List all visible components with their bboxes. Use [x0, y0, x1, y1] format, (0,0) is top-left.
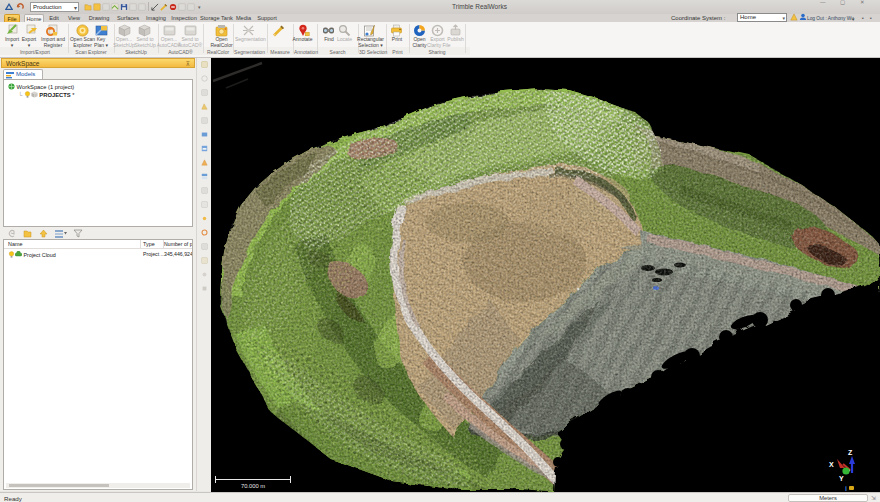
svg-text:Z: Z	[848, 449, 853, 456]
svg-text:X: X	[829, 461, 834, 468]
svg-text:i: i	[845, 485, 847, 492]
svg-text:70.000 m: 70.000 m	[241, 483, 265, 489]
svg-text:Y: Y	[839, 475, 844, 482]
